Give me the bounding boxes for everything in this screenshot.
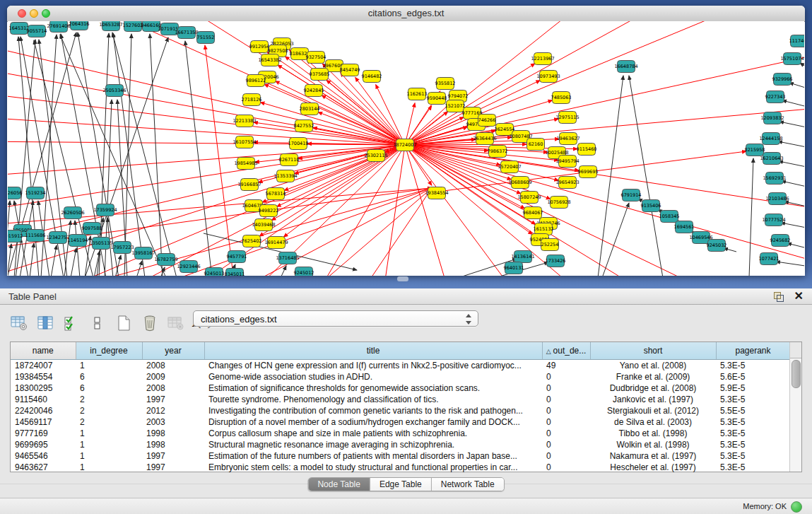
table-cell[interactable]: 2008 xyxy=(142,360,204,372)
graph-node[interactable]: 16543382 xyxy=(258,54,281,66)
table-cell[interactable]: Tourette syndrome. Phenomenology and cla… xyxy=(204,394,542,405)
table-row[interactable]: 946554611997Estimation of the future num… xyxy=(11,450,790,462)
graph-node[interactable]: 1162613 xyxy=(407,88,428,100)
graph-node[interactable]: 8267110 xyxy=(279,154,300,166)
graph-node[interactable]: 2803144 xyxy=(300,103,320,115)
column-header-out-de-[interactable]: △out_de... xyxy=(542,342,590,360)
graph-node[interactable]: 1694561 xyxy=(674,221,695,233)
close-panel-icon[interactable]: ✕ xyxy=(794,290,804,303)
graph-node[interactable]: 12444158 xyxy=(759,133,782,145)
graph-node[interactable]: 19654923 xyxy=(555,177,579,189)
table-cell[interactable]: 18300295 xyxy=(11,382,76,394)
graph-node[interactable]: 1700418 xyxy=(288,138,309,150)
network-window[interactable]: citations_edges.txt 16453129055714276914… xyxy=(7,6,805,276)
graph-node[interactable]: 1117465 xyxy=(789,35,804,47)
table-row[interactable]: 2242004622012Investigating the contribut… xyxy=(11,405,790,416)
graph-node[interactable]: 16782759 xyxy=(154,254,177,266)
column-header-pagerank[interactable]: pagerank xyxy=(716,342,790,360)
graph-node[interactable]: 16107554 xyxy=(233,136,256,148)
table-cell[interactable]: 2 xyxy=(76,394,142,405)
graph-node[interactable]: 9245012 xyxy=(294,267,314,276)
graph-node[interactable]: 9498222 xyxy=(259,205,279,217)
table-cell[interactable]: 1998 xyxy=(142,439,204,450)
column-header-year[interactable]: year xyxy=(142,342,204,360)
table-cell[interactable]: Wolkin et al. (1998) xyxy=(590,439,716,450)
graph-node[interactable]: 9329966 xyxy=(772,74,793,86)
table-cell[interactable]: Structural magnetic resonance image aver… xyxy=(204,439,542,450)
graph-node[interactable]: 9375685 xyxy=(310,69,330,81)
row-selection-button[interactable] xyxy=(62,314,81,332)
tab-network-table[interactable]: Network Table xyxy=(432,478,504,491)
table-cell[interactable]: 6 xyxy=(76,371,142,382)
graph-node[interactable]: 8427552 xyxy=(294,120,314,132)
table-cell[interactable]: 22420046 xyxy=(11,405,76,416)
table-cell[interactable]: 2008 xyxy=(142,382,204,394)
graph-node[interactable]: 19854985 xyxy=(234,158,257,170)
graph-node[interactable]: 5678314 xyxy=(266,188,286,200)
graph-node[interactable]: 1058345 xyxy=(659,211,680,223)
table-cell[interactable]: 5.3E-5 xyxy=(716,450,790,462)
graph-node[interactable]: 18724007 xyxy=(393,139,416,151)
table-cell[interactable]: Nakamura et al. (1997) xyxy=(590,450,716,462)
graph-node[interactable]: 9146482 xyxy=(362,71,382,83)
table-cell[interactable]: Yano et al. (2008) xyxy=(590,360,716,372)
graph-node[interactable]: 12342757 xyxy=(46,232,69,244)
graph-node[interactable]: 9245682 xyxy=(770,235,791,247)
graph-node[interactable]: 2064316 xyxy=(69,21,90,30)
table-scrollbar[interactable] xyxy=(789,342,801,472)
table-cell[interactable]: 9463627 xyxy=(11,462,76,473)
graph-node[interactable]: 9912954 xyxy=(249,41,270,53)
table-cell[interactable]: 0 xyxy=(542,462,590,473)
table-cell[interactable]: 5.9E-5 xyxy=(716,382,790,394)
graph-node[interactable]: 252254 xyxy=(541,239,559,251)
column-header-short[interactable]: short xyxy=(590,342,716,360)
table-cell[interactable]: Changes of HCN gene expression and I(f) … xyxy=(204,360,542,372)
panel-splitter-handle[interactable] xyxy=(397,276,408,281)
table-cell[interactable]: 0 xyxy=(542,382,590,394)
graph-node[interactable]: 15720407 xyxy=(498,161,521,173)
table-cell[interactable]: 5.5E-5 xyxy=(716,405,790,416)
table-cell[interactable]: 0 xyxy=(542,394,590,405)
new-column-button[interactable] xyxy=(114,314,133,332)
graph-node[interactable]: 62160 xyxy=(527,139,545,151)
table-cell[interactable]: Hescheler et al. (1997) xyxy=(590,462,716,473)
graph-node[interactable]: 8345011 xyxy=(225,269,245,276)
table-cell[interactable]: 1 xyxy=(76,439,142,450)
table-select-dropdown[interactable]: citations_edges.txt xyxy=(193,310,478,327)
table-row[interactable]: 1830029562008Estimation of significance … xyxy=(11,382,790,394)
tab-edge-table[interactable]: Edge Table xyxy=(370,478,432,491)
graph-node[interactable]: 11353394 xyxy=(273,170,297,182)
table-cell[interactable]: 1 xyxy=(76,428,142,439)
graph-node[interactable]: 17957223 xyxy=(110,242,134,254)
table-cell[interactable]: 1998 xyxy=(142,428,204,439)
table-cell[interactable]: Estimation of the future numbers of pati… xyxy=(204,450,542,462)
table-cell[interactable]: 5.3E-5 xyxy=(716,416,790,428)
table-cell[interactable]: 9777169 xyxy=(11,428,76,439)
table-cell[interactable]: 0 xyxy=(542,450,590,462)
graph-node[interactable]: 9640131 xyxy=(504,262,524,274)
table-cell[interactable]: 14569117 xyxy=(11,416,76,428)
graph-node[interactable]: 7485063 xyxy=(551,92,572,104)
graph-node[interactable]: 9115460 xyxy=(577,144,597,156)
network-graph[interactable]: 1645312905571427691406206431610653287152… xyxy=(8,21,804,276)
float-panel-icon[interactable] xyxy=(774,292,784,301)
table-cell[interactable]: 2003 xyxy=(142,416,204,428)
graph-node[interactable]: 751552 xyxy=(197,32,215,44)
graph-node[interactable]: 9242845 xyxy=(304,85,324,97)
graph-node[interactable]: 13716485 xyxy=(276,252,299,264)
graph-node[interactable]: 9245032 xyxy=(707,240,727,252)
graph-node[interactable]: 16671358 xyxy=(175,27,198,39)
graph-node[interactable]: 1733426 xyxy=(546,255,566,267)
table-cell[interactable]: 9465546 xyxy=(11,450,76,462)
rows-button[interactable] xyxy=(88,314,107,332)
graph-node[interactable]: 19166857 xyxy=(237,179,261,191)
graph-node[interactable]: 16648784 xyxy=(614,61,637,73)
graph-node[interactable]: 9055714 xyxy=(27,25,47,37)
graph-node[interactable]: 9457791 xyxy=(227,251,247,263)
delete-column-button[interactable] xyxy=(141,314,159,332)
graph-node[interactable]: 12975115 xyxy=(555,112,579,124)
graph-node[interactable]: 1527602 xyxy=(123,21,143,32)
show-columns-button[interactable] xyxy=(36,314,54,332)
graph-node[interactable]: 25053346 xyxy=(102,85,126,97)
scrollbar-thumb[interactable] xyxy=(792,360,801,388)
